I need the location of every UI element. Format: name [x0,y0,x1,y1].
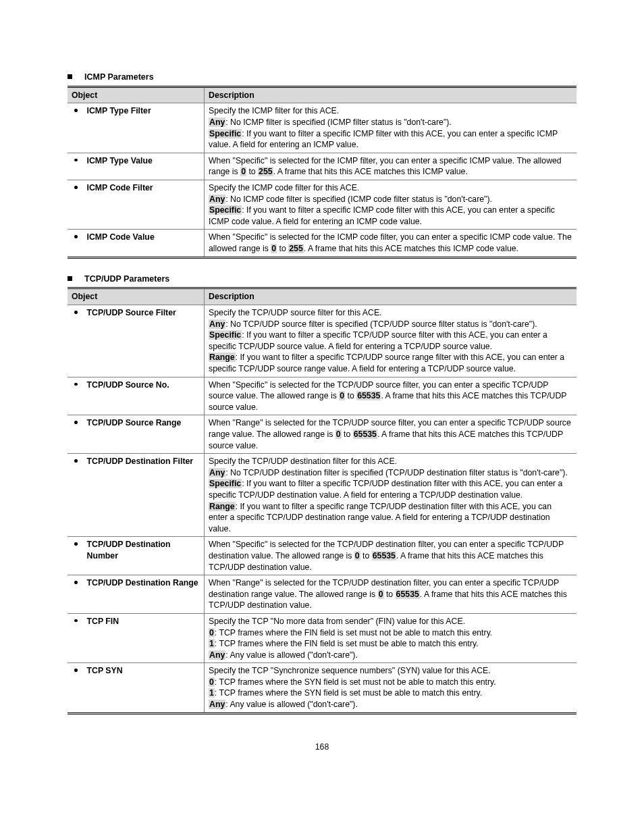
section1-title-text: ICMP Parameters [84,72,154,82]
object-label: TCP/UDP Destination Filter [87,456,194,467]
bullet-icon [74,235,78,238]
table-row: TCP/UDP Destination NumberWhen "Specific… [68,537,576,575]
object-cell: ICMP Type Filter [68,103,205,153]
object-cell: TCP/UDP Destination Range [68,575,205,614]
bullet-icon [74,459,78,463]
object-label: TCP/UDP Source No. [87,380,169,391]
description-cell: Specify the ICMP code filter for this AC… [205,180,577,230]
table-row: ICMP Code FilterSpecify the ICMP code fi… [68,180,576,230]
bullet-icon [74,159,78,162]
table-row: TCP/UDP Destination RangeWhen "Range" is… [68,575,576,614]
bullet-icon [74,669,78,672]
object-label: TCP/UDP Destination Range [87,577,198,589]
object-cell: TCP/UDP Source Filter [68,305,205,377]
object-label: ICMP Type Value [87,155,153,167]
description-cell: Specify the TCP "No more data from sende… [205,613,577,662]
section2-title-text: TCP/UDP Parameters [84,274,169,284]
object-label: ICMP Code Value [87,232,155,243]
object-label: TCP SYN [87,665,123,677]
description-cell: When "Specific" is selected for the TCP/… [205,377,577,415]
table-row: TCP/UDP Destination FilterSpecify the TC… [68,454,576,537]
square-bullet-icon [68,276,72,281]
object-cell: TCP/UDP Destination Filter [68,454,205,537]
bullet-icon [74,383,78,386]
object-label: TCP/UDP Destination Number [87,539,200,561]
table-row: TCP FINSpecify the TCP "No more data fro… [68,613,576,662]
description-cell: Specify the TCP/UDP destination filter f… [205,454,577,537]
object-cell: TCP SYN [68,663,205,713]
description-cell: When "Specific" is selected for the ICMP… [205,153,577,180]
object-cell: TCP/UDP Source No. [68,377,205,415]
object-cell: ICMP Code Filter [68,180,205,230]
section-title-icmp: ICMP Parameters [68,72,576,83]
table-row: TCP SYNSpecify the TCP "Synchronize sequ… [68,663,576,713]
table-header-description: Description [205,288,577,305]
description-cell: Specify the TCP "Synchronize sequence nu… [205,663,577,713]
bullet-icon [74,581,78,584]
document-page: ICMP Parameters Object Description ICMP … [0,0,644,779]
table-header-object: Object [68,86,205,103]
bullet-icon [74,619,78,623]
tcpudp-parameters-table: Object Description TCP/UDP Source Filter… [68,287,576,714]
table-row: ICMP Code ValueWhen "Specific" is select… [68,230,576,257]
bullet-icon [74,186,78,189]
page-number: 168 [68,741,576,753]
description-cell: When "Range" is selected for the TCP/UDP… [205,575,577,614]
table-row: TCP/UDP Source No.When "Specific" is sel… [68,377,576,415]
object-label: TCP/UDP Source Range [87,417,182,429]
object-cell: ICMP Code Value [68,230,205,257]
table-header-description: Description [205,86,577,103]
object-label: TCP/UDP Source Filter [87,307,176,319]
description-cell: Specify the TCP/UDP source filter for th… [205,305,577,377]
bullet-icon [74,542,78,546]
square-bullet-icon [68,74,72,79]
object-cell: TCP FIN [68,613,205,662]
object-cell: TCP/UDP Source Range [68,415,205,454]
icmp-parameters-table: Object Description ICMP Type FilterSpeci… [68,86,576,259]
table-row: TCP/UDP Source FilterSpecify the TCP/UDP… [68,305,576,377]
object-cell: TCP/UDP Destination Number [68,537,205,575]
object-cell: ICMP Type Value [68,153,205,180]
bullet-icon [74,109,78,112]
description-cell: When "Range" is selected for the TCP/UDP… [205,415,577,454]
description-cell: When "Specific" is selected for the ICMP… [205,230,577,257]
object-label: ICMP Type Filter [87,105,151,117]
table-header-object: Object [68,288,205,305]
bullet-icon [74,311,78,314]
bullet-icon [74,421,78,424]
object-label: ICMP Code Filter [87,182,153,194]
section-title-tcpudp: TCP/UDP Parameters [68,273,576,285]
table-row: ICMP Type ValueWhen "Specific" is select… [68,153,576,180]
object-label: TCP FIN [87,616,119,627]
description-cell: Specify the ICMP filter for this ACE.Any… [205,103,577,153]
table-row: TCP/UDP Source RangeWhen "Range" is sele… [68,415,576,454]
description-cell: When "Specific" is selected for the TCP/… [205,537,577,575]
table-row: ICMP Type FilterSpecify the ICMP filter … [68,103,576,153]
